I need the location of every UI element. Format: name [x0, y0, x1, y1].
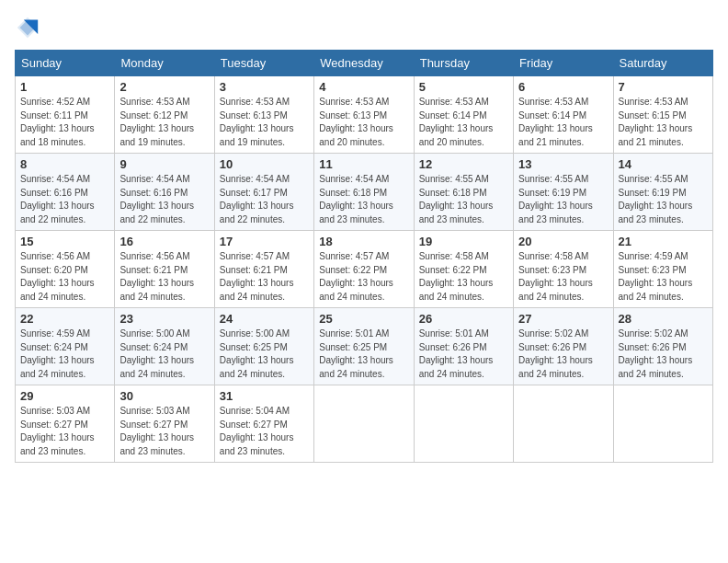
- day-number: 23: [119, 312, 209, 326]
- day-cell-11: 11 Sunrise: 4:54 AMSunset: 6:18 PMDaylig…: [314, 154, 414, 231]
- day-header-thursday: Thursday: [414, 51, 513, 76]
- day-number: 31: [220, 389, 309, 403]
- day-info: Sunrise: 4:55 AMSunset: 6:19 PMDaylight:…: [619, 174, 693, 224]
- day-info: Sunrise: 4:54 AMSunset: 6:18 PMDaylight:…: [319, 174, 393, 224]
- day-number: 9: [119, 157, 209, 171]
- day-info: Sunrise: 4:55 AMSunset: 6:18 PMDaylight:…: [419, 174, 494, 224]
- day-number: 5: [419, 80, 508, 94]
- day-info: Sunrise: 4:54 AMSunset: 6:16 PMDaylight:…: [20, 174, 95, 224]
- day-cell-18: 18 Sunrise: 4:57 AMSunset: 6:22 PMDaylig…: [314, 231, 414, 308]
- day-cell-28: 28 Sunrise: 5:02 AMSunset: 6:26 PMDaylig…: [613, 308, 712, 385]
- day-cell-14: 14 Sunrise: 4:55 AMSunset: 6:19 PMDaylig…: [613, 154, 712, 231]
- day-cell-23: 23 Sunrise: 5:00 AMSunset: 6:24 PMDaylig…: [115, 308, 214, 385]
- day-info: Sunrise: 5:01 AMSunset: 6:26 PMDaylight:…: [419, 328, 494, 379]
- day-info: Sunrise: 5:00 AMSunset: 6:24 PMDaylight:…: [119, 328, 194, 379]
- day-number: 3: [220, 80, 309, 94]
- day-header-tuesday: Tuesday: [214, 51, 313, 76]
- day-cell-15: 15 Sunrise: 4:56 AMSunset: 6:20 PMDaylig…: [16, 231, 115, 308]
- day-number: 12: [419, 157, 508, 171]
- day-number: 22: [20, 312, 109, 326]
- day-header-sunday: Sunday: [16, 51, 115, 76]
- logo: [15, 15, 44, 40]
- day-cell-21: 21 Sunrise: 4:59 AMSunset: 6:23 PMDaylig…: [613, 231, 712, 308]
- day-number: 20: [518, 235, 608, 248]
- day-number: 13: [518, 157, 608, 171]
- day-info: Sunrise: 4:56 AMSunset: 6:21 PMDaylight:…: [119, 251, 194, 302]
- day-cell-2: 2 Sunrise: 4:53 AMSunset: 6:12 PMDayligh…: [115, 76, 214, 154]
- day-cell-7: 7 Sunrise: 4:53 AMSunset: 6:15 PMDayligh…: [613, 76, 712, 154]
- day-header-saturday: Saturday: [613, 51, 712, 76]
- day-number: 1: [20, 80, 109, 94]
- empty-cell: [414, 385, 513, 463]
- calendar-week-3: 15 Sunrise: 4:56 AMSunset: 6:20 PMDaylig…: [16, 231, 713, 308]
- day-info: Sunrise: 4:59 AMSunset: 6:24 PMDaylight:…: [20, 328, 95, 379]
- day-number: 19: [419, 235, 508, 248]
- empty-cell: [514, 385, 613, 463]
- day-number: 30: [119, 389, 209, 403]
- day-info: Sunrise: 4:58 AMSunset: 6:23 PMDaylight:…: [518, 251, 593, 302]
- day-cell-27: 27 Sunrise: 5:02 AMSunset: 6:26 PMDaylig…: [514, 308, 613, 385]
- day-info: Sunrise: 4:52 AMSunset: 6:11 PMDaylight:…: [20, 97, 95, 147]
- day-cell-10: 10 Sunrise: 4:54 AMSunset: 6:17 PMDaylig…: [214, 154, 313, 231]
- day-number: 18: [319, 235, 408, 248]
- calendar: SundayMondayTuesdayWednesdayThursdayFrid…: [15, 50, 713, 463]
- day-number: 15: [20, 235, 109, 248]
- day-number: 11: [319, 157, 408, 171]
- day-number: 29: [20, 389, 109, 403]
- day-info: Sunrise: 5:02 AMSunset: 6:26 PMDaylight:…: [518, 328, 593, 379]
- day-cell-1: 1 Sunrise: 4:52 AMSunset: 6:11 PMDayligh…: [16, 76, 115, 154]
- empty-cell: [314, 385, 414, 463]
- calendar-week-4: 22 Sunrise: 4:59 AMSunset: 6:24 PMDaylig…: [16, 308, 713, 385]
- day-info: Sunrise: 4:57 AMSunset: 6:22 PMDaylight:…: [319, 251, 393, 302]
- day-header-friday: Friday: [514, 51, 613, 76]
- day-info: Sunrise: 4:53 AMSunset: 6:13 PMDaylight:…: [220, 97, 294, 147]
- day-header-monday: Monday: [115, 51, 214, 76]
- header-row: SundayMondayTuesdayWednesdayThursdayFrid…: [16, 51, 713, 76]
- day-cell-3: 3 Sunrise: 4:53 AMSunset: 6:13 PMDayligh…: [214, 76, 313, 154]
- calendar-week-5: 29 Sunrise: 5:03 AMSunset: 6:27 PMDaylig…: [16, 385, 713, 463]
- day-info: Sunrise: 4:55 AMSunset: 6:19 PMDaylight:…: [518, 174, 593, 224]
- day-number: 24: [220, 312, 309, 326]
- day-cell-13: 13 Sunrise: 4:55 AMSunset: 6:19 PMDaylig…: [514, 154, 613, 231]
- day-cell-20: 20 Sunrise: 4:58 AMSunset: 6:23 PMDaylig…: [514, 231, 613, 308]
- day-info: Sunrise: 4:53 AMSunset: 6:13 PMDaylight:…: [319, 97, 393, 147]
- day-number: 7: [619, 80, 708, 94]
- calendar-week-2: 8 Sunrise: 4:54 AMSunset: 6:16 PMDayligh…: [16, 154, 713, 231]
- day-number: 6: [518, 80, 608, 94]
- day-number: 25: [319, 312, 408, 326]
- day-number: 10: [220, 157, 309, 171]
- day-info: Sunrise: 5:02 AMSunset: 6:26 PMDaylight:…: [619, 328, 693, 379]
- day-number: 8: [20, 157, 109, 171]
- day-cell-31: 31 Sunrise: 5:04 AMSunset: 6:27 PMDaylig…: [214, 385, 313, 463]
- day-cell-9: 9 Sunrise: 4:54 AMSunset: 6:16 PMDayligh…: [115, 154, 214, 231]
- day-cell-6: 6 Sunrise: 4:53 AMSunset: 6:14 PMDayligh…: [514, 76, 613, 154]
- day-cell-12: 12 Sunrise: 4:55 AMSunset: 6:18 PMDaylig…: [414, 154, 513, 231]
- day-number: 28: [619, 312, 708, 326]
- day-info: Sunrise: 5:03 AMSunset: 6:27 PMDaylight:…: [20, 406, 95, 456]
- day-header-wednesday: Wednesday: [314, 51, 414, 76]
- day-cell-16: 16 Sunrise: 4:56 AMSunset: 6:21 PMDaylig…: [115, 231, 214, 308]
- header: [15, 15, 713, 40]
- day-cell-4: 4 Sunrise: 4:53 AMSunset: 6:13 PMDayligh…: [314, 76, 414, 154]
- day-cell-29: 29 Sunrise: 5:03 AMSunset: 6:27 PMDaylig…: [16, 385, 115, 463]
- calendar-week-1: 1 Sunrise: 4:52 AMSunset: 6:11 PMDayligh…: [16, 76, 713, 154]
- day-cell-30: 30 Sunrise: 5:03 AMSunset: 6:27 PMDaylig…: [115, 385, 214, 463]
- day-number: 16: [119, 235, 209, 248]
- day-info: Sunrise: 5:04 AMSunset: 6:27 PMDaylight:…: [220, 406, 294, 456]
- day-info: Sunrise: 4:58 AMSunset: 6:22 PMDaylight:…: [419, 251, 494, 302]
- day-cell-26: 26 Sunrise: 5:01 AMSunset: 6:26 PMDaylig…: [414, 308, 513, 385]
- day-info: Sunrise: 5:00 AMSunset: 6:25 PMDaylight:…: [220, 328, 294, 379]
- day-info: Sunrise: 4:54 AMSunset: 6:16 PMDaylight:…: [119, 174, 194, 224]
- day-info: Sunrise: 4:53 AMSunset: 6:15 PMDaylight:…: [619, 97, 693, 147]
- empty-cell: [613, 385, 712, 463]
- day-number: 4: [319, 80, 408, 94]
- day-info: Sunrise: 4:59 AMSunset: 6:23 PMDaylight:…: [619, 251, 693, 302]
- day-number: 14: [619, 157, 708, 171]
- day-cell-24: 24 Sunrise: 5:00 AMSunset: 6:25 PMDaylig…: [214, 308, 313, 385]
- day-cell-22: 22 Sunrise: 4:59 AMSunset: 6:24 PMDaylig…: [16, 308, 115, 385]
- day-info: Sunrise: 4:53 AMSunset: 6:12 PMDaylight:…: [119, 97, 194, 147]
- day-info: Sunrise: 5:03 AMSunset: 6:27 PMDaylight:…: [119, 406, 194, 456]
- day-cell-8: 8 Sunrise: 4:54 AMSunset: 6:16 PMDayligh…: [16, 154, 115, 231]
- day-number: 21: [619, 235, 708, 248]
- day-info: Sunrise: 4:54 AMSunset: 6:17 PMDaylight:…: [220, 174, 294, 224]
